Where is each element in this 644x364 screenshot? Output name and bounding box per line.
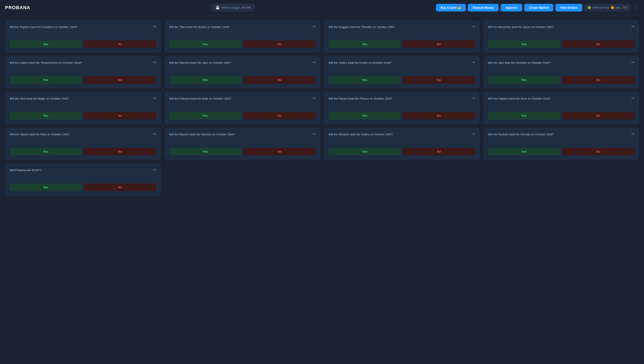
main-content: Will the Raptors beat the Cavaliers on O… (0, 15, 644, 201)
market-title: Will the Pelicans beat the Bulls on Octo… (169, 97, 312, 101)
no-button[interactable]: No (84, 148, 156, 155)
card-header: Will Probana win EthSF? ~% (10, 168, 156, 172)
market-title: Will Probana win EthSF? (10, 168, 152, 172)
buy-crypto-button[interactable]: Buy Crypto 💳 (436, 4, 466, 12)
yes-button[interactable]: Yes (328, 148, 400, 155)
market-title: Will the Mavericks beat the Spurs on Oct… (488, 25, 630, 29)
wallet-address: 0x1...7E7 (616, 6, 628, 9)
card-header: Will the Pelicans beat the Bulls on Octo… (169, 97, 316, 101)
card-header: Will the Jazz beat the Grizzlies on Octo… (488, 61, 635, 65)
market-title: Will the Hawks beat the Nets on October … (10, 132, 152, 137)
market-pct: ~% (312, 25, 316, 28)
card-header: Will the Mavericks beat the Spurs on Oct… (488, 25, 635, 29)
card-header: Will the Pacers beat the Pistons on Octo… (328, 97, 475, 101)
deposit-money-button[interactable]: Deposit Money (468, 4, 498, 12)
card-header: Will the Blazers beat the Warriors on Oc… (169, 132, 316, 137)
market-card: Will the Rockets beat the Hornets on Oct… (484, 128, 639, 160)
create-market-button[interactable]: Create Market (524, 4, 554, 12)
market-pct: ~% (471, 25, 475, 28)
yes-button[interactable]: Yes (10, 183, 82, 191)
no-button[interactable]: No (562, 76, 634, 84)
no-button[interactable]: No (244, 112, 316, 120)
yes-button[interactable]: Yes (169, 40, 241, 48)
card-actions: Yes No (328, 148, 475, 155)
card-header: Will the 76ers beat the Bucks on October… (169, 25, 316, 29)
yes-button[interactable]: Yes (488, 148, 560, 155)
market-pct: ~% (152, 97, 156, 100)
market-card: Will the Hawks beat the Nets on October … (5, 128, 161, 160)
yes-button[interactable]: Yes (328, 112, 400, 120)
no-button[interactable]: No (403, 148, 475, 155)
no-button[interactable]: No (84, 183, 156, 191)
no-button[interactable]: No (244, 148, 316, 155)
no-button[interactable]: No (244, 40, 316, 48)
yes-button[interactable]: Yes (328, 40, 400, 48)
market-pct: ~% (471, 97, 475, 100)
market-pct: ~% (630, 61, 634, 64)
yes-button[interactable]: Yes (328, 76, 400, 84)
market-title: Will the Lakers beat the Timberwolves on… (10, 61, 152, 65)
more-menu-button[interactable]: ⋮ (633, 5, 639, 10)
card-actions: Yes No (10, 148, 156, 155)
card-actions: Yes No (488, 40, 635, 48)
market-title: Will the Heat beat the Magic on October … (10, 97, 152, 101)
no-button[interactable]: No (562, 112, 634, 120)
memory-icon: 💾 (216, 6, 220, 10)
no-button[interactable]: No (403, 76, 475, 84)
market-title: Will the 76ers beat the Bucks on October… (169, 25, 312, 29)
card-actions: Yes No (169, 112, 316, 120)
no-button[interactable]: No (244, 76, 316, 84)
card-actions: Yes No (488, 148, 635, 155)
yes-button[interactable]: Yes (10, 112, 82, 120)
no-button[interactable]: No (84, 76, 156, 84)
yes-button[interactable]: Yes (169, 112, 241, 120)
yes-button[interactable]: Yes (10, 148, 82, 155)
market-title: Will the Celtics beat the Knicks on Octo… (328, 61, 471, 65)
market-pct: ~% (471, 61, 475, 64)
view-orders-button[interactable]: View Orders (556, 4, 582, 12)
card-actions: Yes No (10, 112, 156, 120)
network-icon: 🟢 (588, 6, 591, 9)
no-button[interactable]: No (84, 112, 156, 120)
market-card: Will the Lakers beat the Timberwolves on… (5, 56, 161, 88)
market-card: Will the Clippers beat the Suns on Octob… (484, 92, 639, 124)
market-card: Will the 76ers beat the Bucks on October… (164, 21, 320, 53)
no-button[interactable]: No (562, 148, 634, 155)
market-title: Will the Pacers beat the Pistons on Octo… (328, 97, 471, 101)
market-pct: ~% (471, 132, 475, 136)
card-header: Will the Clippers beat the Suns on Octob… (488, 97, 635, 101)
market-grid: Will the Raptors beat the Cavaliers on O… (5, 21, 639, 196)
yes-button[interactable]: Yes (488, 76, 560, 84)
card-header: Will the Lakers beat the Timberwolves on… (10, 61, 156, 65)
no-button[interactable]: No (403, 40, 475, 48)
header: PROBANA 💾 Memory usage: 241 MB Buy Crypt… (0, 0, 644, 15)
card-actions: Yes No (488, 76, 635, 84)
no-button[interactable]: No (562, 40, 634, 48)
market-card: Will the Celtics beat the Knicks on Octo… (324, 56, 480, 88)
market-pct: ~% (630, 132, 634, 136)
market-title: Will the Blazers beat the Warriors on Oc… (169, 132, 312, 137)
approve-button[interactable]: Approve (501, 4, 522, 12)
no-button[interactable]: No (403, 112, 475, 120)
market-card: Will Probana win EthSF? ~% Yes No (5, 164, 161, 196)
market-pct: ~% (152, 61, 156, 64)
market-card: Will the Pelicans beat the Bulls on Octo… (164, 92, 320, 124)
yes-button[interactable]: Yes (10, 76, 82, 84)
yes-button[interactable]: Yes (488, 112, 560, 120)
card-actions: Yes No (328, 112, 475, 120)
no-button[interactable]: No (84, 40, 156, 48)
logo: PROBANA (5, 5, 30, 11)
market-card: Will the Warriors beat the Jazz on Octob… (164, 56, 320, 88)
yes-button[interactable]: Yes (169, 76, 241, 84)
market-card: Will the Blazers beat the Warriors on Oc… (164, 128, 320, 160)
yes-button[interactable]: Yes (488, 40, 560, 48)
card-header: Will the Celtics beat the Knicks on Octo… (328, 61, 475, 65)
card-actions: Yes No (328, 76, 475, 84)
market-title: Will the Nuggets beat the Thunder on Oct… (328, 25, 471, 29)
market-pct: ~% (152, 168, 156, 171)
market-card: Will the Nuggets beat the Thunder on Oct… (324, 21, 480, 53)
market-card: Will the Wizards beat the Celtics on Oct… (324, 128, 480, 160)
yes-button[interactable]: Yes (10, 40, 82, 48)
card-header: Will the Raptors beat the Cavaliers on O… (10, 25, 156, 29)
yes-button[interactable]: Yes (169, 148, 241, 155)
